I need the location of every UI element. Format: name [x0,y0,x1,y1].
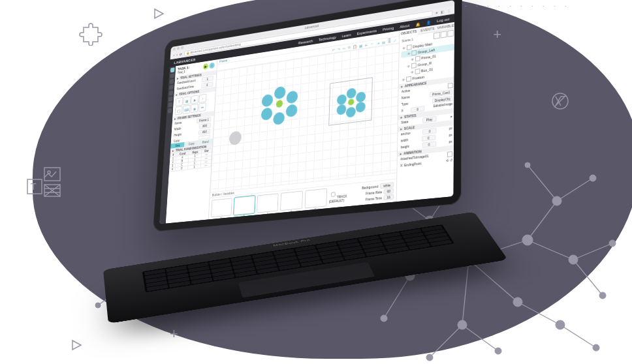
undo-icon[interactable]: ↶ [332,48,335,52]
anim-arrows[interactable]: ⟲ ↺ [446,158,452,162]
track-checkbox[interactable] [331,192,335,197]
visibility-icon[interactable]: 👁 [402,46,405,50]
nav-back-icon[interactable]: ‹ [174,53,175,57]
svg-point-46 [522,235,533,245]
copy-icon[interactable]: ⧉ [348,45,351,50]
ribbon-item[interactable] [170,67,175,72]
zoom-icon[interactable]: ⤢ [393,38,396,42]
notify-icon[interactable]: 🔔 [416,22,420,27]
svg-point-47 [513,297,522,307]
nav-about[interactable]: About [400,23,409,29]
ribbon-item[interactable] [170,73,174,78]
canvas-object-blank[interactable] [229,130,242,145]
section-states[interactable]: STATES [398,108,455,120]
section-appearance[interactable]: APPEARANCE [398,76,454,89]
tree-node[interactable]: 👁Box_01 [401,63,454,77]
status-chip-run[interactable]: ▶ [203,63,209,70]
window-min-dot[interactable] [177,47,180,50]
nav-pricing[interactable]: Pricing [383,26,394,31]
opt-text-icon[interactable]: T [175,97,183,106]
tree-node[interactable]: 👁Fixation [400,70,454,83]
value-input[interactable]: white [380,182,394,189]
frame-thumb[interactable]: 1 [211,198,232,217]
window-max-dot[interactable] [181,46,183,50]
ribbon-item[interactable] [168,108,172,114]
track-label: TRACK (DEFAULT) [329,194,347,204]
tree-node[interactable]: 👁Group_R [401,57,454,71]
svg-marker-8 [72,341,81,350]
ribbon-item[interactable] [168,97,173,102]
play-state-icon[interactable]: ▸ [450,114,452,119]
grid-icon[interactable]: ▤ [382,39,386,44]
scene-label: Scene 1 [402,37,413,42]
panel-action-icon[interactable] [447,30,454,37]
tree-node[interactable]: 👁Display Main [401,37,454,52]
svg-text:T: T [31,181,37,192]
layers-icon[interactable]: ≣ [388,38,391,43]
section-scale[interactable]: SCALE [398,119,454,132]
bookmark-icon[interactable]: ★ [435,10,438,15]
value-input[interactable]: 60 [384,188,394,194]
canvas-object-cluster-left[interactable] [262,83,297,124]
lock-icon: 🔒 [186,50,189,54]
align-left-icon[interactable]: ⇤ [365,42,368,47]
panel-action-icon[interactable] [434,32,440,39]
nav-reload-icon[interactable]: ⟳ [180,52,182,56]
align-right-icon[interactable]: ⇥ [376,40,379,45]
ribbon-item[interactable] [169,85,174,90]
value-input[interactable]: Prime_Cue1 [430,89,452,98]
group-icon[interactable]: ▦ [359,43,363,48]
frame-thumb[interactable]: 5 [304,189,327,209]
nav-learn[interactable]: Learn [342,33,351,38]
canvas-object-box[interactable] [328,77,373,125]
value-input[interactable]: DisplayObj [432,96,453,104]
opt-audio-icon[interactable]: ♪ [198,94,206,103]
tree-node[interactable]: 👁Prime_01 [401,50,454,65]
cut-icon[interactable]: ✂ [343,46,346,50]
opt-input-icon[interactable]: ⌨ [183,105,191,114]
svg-point-60 [599,292,606,299]
value-input[interactable]: 0 [421,134,435,142]
align-center-icon[interactable]: ↔ [370,42,374,46]
svg-line-39 [573,260,603,296]
nav-forward-icon[interactable]: › [176,53,178,57]
value-input[interactable]: Play [422,116,437,123]
value-input[interactable]: 0 [422,141,436,148]
status-chip-view[interactable]: i [209,62,215,68]
opt-nav-icon[interactable]: ↦ [198,102,206,112]
logout-link[interactable]: Log out [437,17,449,23]
opt-shape-icon[interactable]: ◯ [175,106,183,115]
plus-icon: + [170,327,178,341]
svg-point-54 [552,196,561,205]
frame-thumb[interactable]: 3 [257,193,279,213]
opt-button-icon[interactable]: ◉ [191,104,198,113]
frame-props: Backgroundwhite Frame Rate60 Frame Time1… [362,182,394,202]
active-checkbox[interactable] [448,83,453,89]
window-close-dot[interactable] [173,48,176,51]
extension-icon[interactable]: ◧ [441,9,445,14]
user-icon[interactable]: 👤 [426,20,431,25]
ribbon-item[interactable] [170,79,174,84]
nav-experiments[interactable]: Experiments [356,29,377,36]
section-animation[interactable]: ANIMATION [398,145,455,157]
frame-thumb[interactable]: 4 [280,190,302,211]
redo-icon[interactable]: ↷ [337,46,340,51]
anim-checkbox[interactable] [447,151,452,157]
svg-line-37 [528,165,557,201]
menu-icon[interactable]: ⋮ [447,8,451,13]
opt-image-icon[interactable]: ▦ [183,96,191,105]
frame-thumb[interactable]: 2 [234,196,255,215]
ribbon-item[interactable] [169,91,174,96]
svg-line-36 [557,178,593,201]
opt-video-icon[interactable]: ▶ [191,95,198,104]
value-input[interactable]: 0 [422,128,437,135]
value-input[interactable]: 16 [384,194,394,200]
panel-action-icon[interactable] [440,31,447,38]
svg-point-58 [525,162,530,168]
ribbon-item[interactable] [168,102,172,108]
paste-icon[interactable]: 📋 [353,44,357,49]
svg-point-61 [593,344,599,351]
tree-node[interactable]: 👁Group_Left [401,44,454,58]
screen: Labvanced ‹ › ⟳ 🔒 labvanced.com/app/task… [159,0,454,224]
value-input[interactable]: 0 [411,106,424,113]
